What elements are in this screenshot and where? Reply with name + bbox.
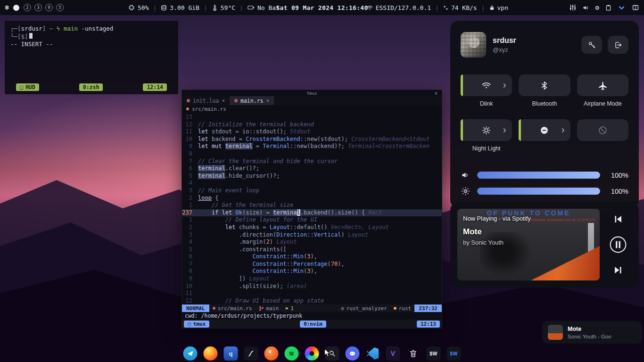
brightness-slider-row: 100% <box>461 186 628 196</box>
user-row: srdusr @xyz <box>461 32 628 58</box>
code-line[interactable]: 8 Constraint::Min(3), <box>182 268 442 275</box>
workspace-3[interactable]: 3 <box>34 4 42 11</box>
chevron-right-icon[interactable] <box>560 127 567 134</box>
window-icon: □ <box>188 321 191 327</box>
mixer-icon[interactable] <box>570 4 576 11</box>
code-line[interactable]: 13 <box>182 114 442 121</box>
hud-session-badge[interactable]: □HUD <box>16 83 39 91</box>
dnd-toggle-button[interactable] <box>519 119 570 141</box>
layout-icon[interactable] <box>632 4 639 11</box>
code-line[interactable]: 3// Main event loop <box>182 187 442 195</box>
settings-gear-icon[interactable]: ⚙ <box>595 4 599 11</box>
workspace-5[interactable]: 5 <box>56 4 64 11</box>
tmux-session-badge[interactable]: □tmux <box>184 321 209 328</box>
code-line[interactable]: 9 ]) Layout <box>182 275 442 283</box>
tab-label: main.rs <box>240 98 263 104</box>
code-line[interactable]: 1 // Define layout for the UI <box>182 216 442 224</box>
dock-icon-telegram[interactable] <box>183 346 198 361</box>
vpn-stat[interactable]: vpn <box>489 4 508 11</box>
chevron-right-icon[interactable] <box>501 82 508 89</box>
workspace-2[interactable]: 2 <box>24 4 31 11</box>
dock-icon-sw-blue[interactable]: $W <box>447 346 461 361</box>
media-notification[interactable]: Mote Sonic Youth - Goo <box>542 321 642 344</box>
code-line[interactable]: 5terminal.hide_cursor()?; <box>182 173 442 180</box>
code-line[interactable]: 7// Clear the terminal and hide the curs… <box>182 158 442 165</box>
code-line[interactable]: 237 if let Ok(size) = terminal.backend()… <box>182 209 442 217</box>
clipboard-icon[interactable] <box>605 4 611 11</box>
logout-button[interactable] <box>608 36 628 54</box>
brightness-slider[interactable] <box>477 188 600 195</box>
code-line[interactable]: 12// Initialize the terminal backend <box>182 121 442 129</box>
code-line[interactable]: 11 <box>182 290 442 297</box>
wifi-stat[interactable]: ESSID/127.0.0.1 <box>366 4 431 11</box>
disabled-toggle-button[interactable] <box>577 119 628 141</box>
code-line[interactable]: 8 <box>182 150 442 158</box>
dock-icon-firefox[interactable] <box>204 346 218 361</box>
separator: | <box>204 4 207 11</box>
dock-icon-orange-app[interactable] <box>264 346 279 361</box>
wifi-toggle-button[interactable] <box>461 74 512 96</box>
tab-close-icon[interactable]: × <box>266 98 269 104</box>
launcher-icon[interactable]: ❄ <box>5 3 9 12</box>
next-track-button[interactable] <box>612 264 624 276</box>
dock-icon-color-wheel-app[interactable] <box>305 346 319 361</box>
code-line[interactable]: 4 <box>182 180 442 187</box>
code-line[interactable]: 10 .split(size); (area) <box>182 283 442 290</box>
dock-icon-purple-v-app[interactable]: V <box>386 346 400 361</box>
workspace-active[interactable] <box>13 5 19 11</box>
code-line[interactable]: 6terminal.clear()?; <box>182 165 442 173</box>
code-line[interactable]: 3 .direction(Direction::Vertical) Layout <box>182 231 442 239</box>
toggle-label: Airplane Mode <box>584 100 622 107</box>
window-icon: □ <box>20 84 23 90</box>
window-close-button[interactable]: x <box>435 90 438 96</box>
dock-icon-qutebrowser[interactable]: q <box>224 346 238 361</box>
pause-button[interactable] <box>609 236 627 254</box>
tab-init-lua[interactable]: init.lua × <box>182 96 230 105</box>
workspace-9[interactable]: 9 <box>45 4 53 11</box>
code-line[interactable]: 2loop { <box>182 195 442 202</box>
lock-icon <box>489 5 495 10</box>
code-line[interactable]: 11let stdout = io::stdout(); Stdout <box>182 128 442 136</box>
chevron-down-icon[interactable] <box>618 4 626 11</box>
filetype-segment: rust <box>390 305 415 312</box>
code-line[interactable]: 7 Constraint::Percentage(70), <box>182 261 442 268</box>
dock-icon-terminal-app[interactable] <box>244 346 258 361</box>
dock-icon-discord[interactable] <box>346 346 360 361</box>
code-line[interactable]: 6 Constraint::Min(3), <box>182 253 442 261</box>
tmux-window-badge[interactable]: 0:nvim <box>300 321 326 328</box>
code-line[interactable]: 4 .margin(2) Layout <box>182 239 442 246</box>
tab-close-icon[interactable]: × <box>222 98 225 104</box>
chevron-right-icon[interactable] <box>501 127 508 134</box>
tmux-window[interactable]: tmux x init.lua × main.rs × src/main.rs … <box>182 90 442 329</box>
dock-icon-sw-white[interactable]: $W <box>427 346 441 361</box>
code-line[interactable]: 12 // Draw UI based on app state <box>182 297 442 305</box>
window-titlebar[interactable]: tmux x <box>182 90 442 96</box>
ram-value: 3.00 GiB <box>170 4 199 11</box>
code-line[interactable]: 10let backend = CrosstermBackend::new(st… <box>182 136 442 143</box>
clock[interactable]: Sat 09 Mar 2024 12:16:40 <box>276 0 368 15</box>
previous-track-button[interactable] <box>612 214 624 225</box>
tab-main-rs[interactable]: main.rs × <box>230 96 274 105</box>
nightlight-toggle-button[interactable] <box>461 119 512 141</box>
code-line[interactable]: 5 .constraints([ <box>182 246 442 254</box>
dock-icon-vscode[interactable] <box>366 346 380 361</box>
dock-icon-spotify[interactable] <box>285 346 299 361</box>
keys-button[interactable] <box>581 36 602 54</box>
code-line[interactable]: 9let mut terminal = Terminal::new(backen… <box>182 143 442 150</box>
dock-icon-trash[interactable] <box>406 346 421 361</box>
battery-icon <box>248 5 255 10</box>
bluetooth-toggle-button[interactable] <box>519 74 570 96</box>
volume-slider[interactable] <box>477 172 600 179</box>
code-line[interactable]: 2 let chunks = Layout::default() Vec<Rec… <box>182 224 442 231</box>
airplane-toggle-button[interactable] <box>577 74 628 96</box>
code-area[interactable]: 1312// Initialize the terminal backend11… <box>182 113 442 304</box>
notification-body: Sonic Youth - Goo <box>568 334 611 339</box>
user-buttons <box>581 36 628 54</box>
git-segment: main <box>256 305 282 312</box>
code-line[interactable]: 1 // Get the terminal size <box>182 202 442 209</box>
speaker-icon[interactable] <box>582 4 589 11</box>
hud-terminal[interactable]: ┌─[srdusr] ~ ϟ main -unstaged └─[$] -- I… <box>5 21 178 94</box>
key-icon <box>587 41 596 49</box>
hud-window-badge[interactable]: 0:zsh <box>79 83 103 91</box>
topbar-left: ❄ 2395 <box>5 0 64 15</box>
